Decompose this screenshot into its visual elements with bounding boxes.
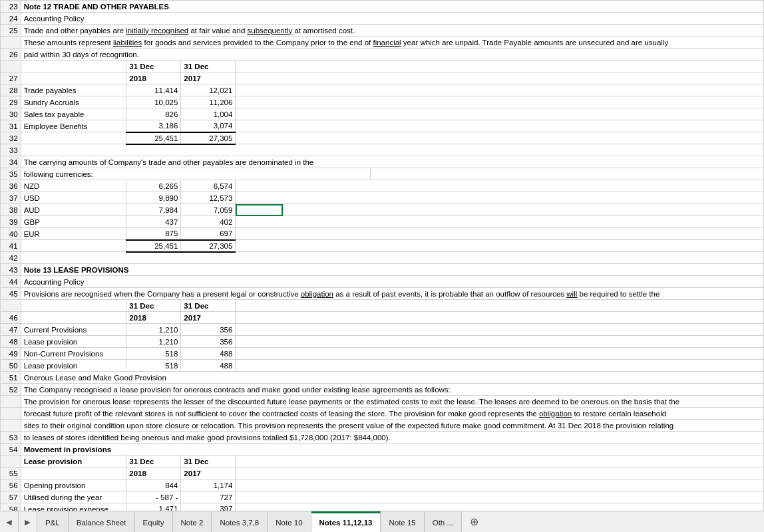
tab-equity[interactable]: Equity (135, 511, 173, 532)
table-row: 31 Dec 31 Dec (1, 61, 764, 72)
nzd-label: NZD (21, 180, 126, 192)
row-num: 23 (1, 1, 21, 13)
header-31dec-b: 31 Dec (126, 300, 181, 312)
tab-note10[interactable]: Note 10 (268, 511, 311, 532)
non-current-provisions-label: Non-Current Provisions (21, 348, 126, 360)
row-num (1, 300, 21, 312)
row-num (1, 408, 21, 420)
cell-empty (236, 61, 764, 72)
cell-empty (236, 72, 764, 84)
opening-provision-2018: 844 (126, 479, 181, 491)
cell-empty (236, 360, 764, 372)
cell-empty (370, 168, 763, 180)
current-provisions-2018: 1,210 (126, 324, 181, 336)
table-row: 29 Sundry Accruals 10,025 11,206 (1, 96, 764, 108)
table-row: 28 Trade payables 11,414 12,021 (1, 84, 764, 96)
lease-provision-current-label: Lease provision (21, 336, 126, 348)
table-row: These amounts represent liabilities for … (1, 37, 764, 49)
row-num: 48 (1, 336, 21, 348)
lease-provision-noncurrent-2018: 518 (126, 360, 181, 372)
row-num: 33 (1, 144, 21, 156)
row-num: 41 (1, 240, 21, 252)
aud-label: AUD (21, 204, 126, 216)
tab-add-button[interactable]: ⊕ (465, 511, 483, 532)
tab-nav-next[interactable]: ► (19, 511, 37, 532)
sheet-table: 23 Note 12 TRADE AND OTHER PAYABLES 24 A… (0, 0, 764, 511)
cell-empty (236, 456, 764, 467)
row-num (1, 420, 21, 432)
tab-balance-sheet[interactable]: Balance Sheet (69, 511, 135, 532)
non-current-provisions-2018: 518 (126, 348, 181, 360)
table-row: 50 Lease provision 518 488 (1, 360, 764, 372)
tab-note15[interactable]: Note 15 (381, 511, 424, 532)
table-row: 51 Onerous Lease and Make Good Provision (1, 372, 764, 384)
total-payables-2018: 25,451 (126, 132, 181, 144)
row45-text: Provisions are recognised when the Compa… (21, 288, 763, 300)
row-num: 45 (1, 288, 21, 300)
cell-empty (21, 312, 126, 324)
trade-payables-2017: 12,021 (181, 84, 236, 96)
spreadsheet-area: 23 Note 12 TRADE AND OTHER PAYABLES 24 A… (0, 0, 764, 511)
selected-cell-d38[interactable] (236, 204, 283, 216)
sales-tax-2018: 826 (126, 108, 181, 120)
cell-empty (236, 216, 764, 228)
table-row: sites to their original condition upon s… (1, 420, 764, 432)
row-num: 44 (1, 276, 21, 288)
cell-empty (236, 96, 764, 108)
cell-empty (21, 467, 126, 479)
cell-empty (236, 132, 764, 144)
gbp-label: GBP (21, 216, 126, 228)
current-provisions-label: Current Provisions (21, 324, 126, 336)
note12-header: Note 12 TRADE AND OTHER PAYABLES (21, 1, 763, 13)
cell-empty (236, 479, 764, 491)
tab-pl[interactable]: P&L (37, 511, 69, 532)
table-row: 30 Sales tax payable 826 1,004 (1, 108, 764, 120)
table-row: 41 25,451 27,305 (1, 240, 764, 252)
row52c-text: forecast future profit of the relevant s… (21, 408, 763, 420)
total-currency-2017: 27,305 (181, 240, 236, 252)
sundry-accruals-2018: 10,025 (126, 96, 181, 108)
lease-provision-expense-label: Lease provision expense (21, 503, 126, 511)
tab-notes-378[interactable]: Notes 3,7,8 (212, 511, 268, 532)
table-row: 49 Non-Current Provisions 518 488 (1, 348, 764, 360)
movement-provisions-label: Movement in provisions (21, 444, 763, 456)
sales-tax-2017: 1,004 (181, 108, 236, 120)
non-current-provisions-2017: 488 (181, 348, 236, 360)
row-num: 55 (1, 467, 21, 479)
tab-oth[interactable]: Oth ... (425, 511, 462, 532)
eur-2017: 697 (181, 228, 236, 240)
aud-2017: 7,059 (181, 204, 236, 216)
lease-provision-current-2017: 356 (181, 336, 236, 348)
tab-notes-378-label: Notes 3,7,8 (220, 519, 259, 527)
cell-empty (236, 312, 764, 324)
tab-nav-prev[interactable]: ◄ (0, 511, 19, 532)
table-row: 39 GBP 437 402 (1, 216, 764, 228)
table-row: 23 Note 12 TRADE AND OTHER PAYABLES (1, 1, 764, 13)
row-num: 30 (1, 108, 21, 120)
employee-benefits-label: Employee Benefits (21, 120, 126, 132)
cell-empty (21, 61, 126, 72)
row-num: 42 (1, 252, 21, 264)
cell-empty (21, 144, 763, 156)
row-num: 29 (1, 96, 21, 108)
opening-provision-2017: 1,174 (181, 479, 236, 491)
employee-benefits-2018: 3,186 (126, 120, 181, 132)
table-row: 24 Accounting Policy (1, 13, 764, 25)
row25b-text: These amounts represent liabilities for … (21, 37, 763, 49)
lease-provision-col-label: Lease provision (21, 456, 126, 467)
cell-empty (236, 240, 764, 252)
row53-text: to leases of stores identified being one… (21, 432, 763, 444)
year-2018b: 2018 (126, 312, 181, 324)
tab-notes-111213[interactable]: Notes 11,12,13 (311, 511, 381, 532)
tab-note2[interactable]: Note 2 (173, 511, 212, 532)
year-2018c: 2018 (126, 467, 181, 479)
row52b-text: The provision for onerous lease represen… (21, 396, 763, 408)
row52d-text: sites to their original condition upon s… (21, 420, 763, 432)
opening-provision-label: Opening provision (21, 479, 126, 491)
table-row: 36 NZD 6,265 6,574 (1, 180, 764, 192)
header-31dec-c: 31 Dec (181, 300, 236, 312)
utilised-2017: 727 (181, 491, 236, 503)
cell-empty (283, 204, 763, 216)
cell-empty (236, 84, 764, 96)
onerous-lease-label: Onerous Lease and Make Good Provision (21, 372, 763, 384)
